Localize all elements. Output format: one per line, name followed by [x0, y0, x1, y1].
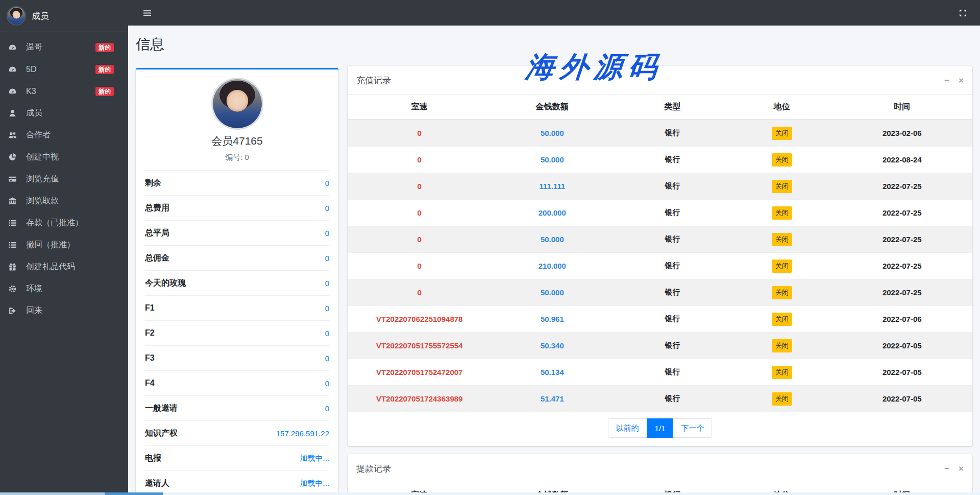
status-badge: 关闭 — [772, 313, 792, 326]
column-header: 室速 — [348, 102, 492, 112]
profile-card: 会员47165 编号: 0 剩余 0 总费用 0 总平局 — [136, 68, 338, 495]
close-icon[interactable]: × — [959, 76, 964, 85]
type-cell: 银行 — [613, 155, 732, 164]
column-header: 地位 — [732, 102, 832, 112]
pagination-page-indicator[interactable]: 1/1 — [647, 418, 674, 438]
topbar — [128, 0, 980, 26]
panel-header: 充值记录 − × — [348, 66, 972, 95]
sidebar-menu: 温哥 新的 5D 新的 K3 新的 成员 合作者 — [0, 32, 128, 322]
sidebar-item-label: 温哥 — [26, 42, 42, 53]
status-cell: 关闭 — [732, 339, 832, 352]
column-header: 时间 — [832, 102, 972, 112]
pagination-prev-button[interactable]: 以前的 — [608, 418, 647, 438]
profile-stat-row: 一般邀请 0 — [145, 395, 329, 420]
new-badge: 新的 — [95, 87, 114, 96]
table-row: 0 50.000 银行 关闭 2022-07-25 — [348, 279, 972, 305]
order-code-cell: 0 — [348, 208, 492, 217]
status-cell: 关闭 — [732, 233, 832, 246]
table-row: VT202207051752472007 50.134 银行 关闭 2022-0… — [348, 359, 972, 385]
new-badge: 新的 — [95, 65, 114, 74]
profile-stat-row: 今天的玫瑰 0 — [145, 270, 329, 295]
type-cell: 银行 — [613, 341, 732, 350]
column-header: 类型 — [613, 102, 732, 112]
sidebar-item-label: 成员 — [26, 108, 42, 119]
horizontal-scrollbar[interactable] — [0, 492, 980, 495]
status-badge: 关闭 — [772, 286, 792, 299]
gear-icon — [8, 285, 21, 293]
stat-value: 0 — [325, 179, 329, 187]
status-cell: 关闭 — [732, 286, 832, 299]
status-badge: 关闭 — [772, 127, 792, 140]
sidebar-item-label: 合作者 — [26, 130, 51, 140]
list-icon — [8, 219, 21, 227]
pagination-next-button[interactable]: 下一个 — [673, 418, 712, 438]
panel-title: 提款记录 — [356, 463, 391, 475]
stat-value: 0 — [325, 379, 329, 388]
sidebar-item-members[interactable]: 成员 — [0, 102, 128, 124]
panel-title: 充值记录 — [356, 75, 391, 86]
table-row: 0 50.000 银行 关闭 2023-02-06 — [348, 120, 972, 146]
stat-value: 157.296.591.22 — [276, 429, 329, 438]
stat-label: 总平局 — [145, 228, 169, 239]
sidebar-item-5d[interactable]: 5D 新的 — [0, 58, 128, 80]
minimize-icon[interactable]: − — [944, 464, 949, 473]
type-cell: 银行 — [613, 367, 732, 377]
stat-label: 总佣金 — [145, 253, 169, 264]
order-code-cell: 0 — [348, 129, 492, 137]
amount-cell: 50.961 — [492, 315, 614, 323]
date-cell: 2022-07-05 — [832, 368, 972, 376]
order-code-cell: 0 — [348, 262, 492, 270]
close-icon[interactable]: × — [959, 464, 964, 473]
amount-cell: 50.134 — [492, 368, 614, 376]
hamburger-icon[interactable] — [143, 9, 152, 17]
tachometer-icon — [8, 65, 21, 74]
sidebar-item-logout[interactable]: 回来 — [0, 300, 128, 322]
sidebar-item-settings[interactable]: 环境 — [0, 278, 128, 300]
sidebar-item-create-gift-code[interactable]: 创建礼品代码 — [0, 256, 128, 278]
status-cell: 关闭 — [732, 206, 832, 220]
panel-header: 提款记录 − × — [348, 454, 972, 483]
profile-stat-row: F4 0 — [145, 370, 329, 395]
profile-stat-row: 知识产权 157.296.591.22 — [145, 420, 329, 445]
status-cell: 关闭 — [732, 153, 832, 167]
amount-cell: 50.000 — [492, 235, 614, 244]
sidebar-item-deposits-approved[interactable]: 存款（已批准） — [0, 212, 128, 234]
expand-icon[interactable] — [959, 9, 967, 17]
type-cell: 银行 — [613, 261, 732, 271]
sidebar-item-label: 创建礼品代码 — [26, 262, 75, 272]
table-row: VT202207051755572554 50.340 银行 关闭 2022-0… — [348, 332, 972, 359]
stat-value: 0 — [325, 404, 329, 413]
type-cell: 银行 — [613, 234, 732, 244]
status-badge: 关闭 — [772, 339, 792, 352]
type-cell: 银行 — [613, 394, 732, 404]
sidebar-item-browse-withdraw[interactable]: 浏览取款 — [0, 190, 128, 212]
date-cell: 2023-02-06 — [832, 129, 972, 137]
sidebar-item-label: 环境 — [26, 284, 42, 294]
sidebar-item-create-midview[interactable]: 创建中视 — [0, 146, 128, 168]
sidebar-item-withdraw-approved[interactable]: 撤回（批准） — [0, 234, 128, 256]
order-code-cell: 0 — [348, 182, 492, 191]
users-icon — [8, 131, 21, 139]
profile-header: 会员47165 编号: 0 — [136, 69, 338, 170]
profile-stat-row: F2 0 — [145, 320, 329, 345]
sidebar-item-wenge[interactable]: 温哥 新的 — [0, 36, 128, 58]
stat-label: 剩余 — [145, 178, 161, 188]
sidebar-item-k3[interactable]: K3 新的 — [0, 80, 128, 102]
tachometer-icon — [8, 87, 21, 96]
date-cell: 2022-08-24 — [832, 155, 972, 164]
sidebar-user-panel[interactable]: 成员 — [0, 0, 128, 32]
minimize-icon[interactable]: − — [944, 76, 949, 85]
date-cell: 2022-07-06 — [832, 315, 972, 323]
table-row: 0 50.000 银行 关闭 2022-08-24 — [348, 146, 972, 173]
status-badge: 关闭 — [772, 180, 792, 193]
sidebar-item-browse-recharge[interactable]: 浏览充值 — [0, 168, 128, 190]
stat-value: 0 — [325, 229, 329, 238]
sidebar-item-partners[interactable]: 合作者 — [0, 124, 128, 146]
date-cell: 2022-07-25 — [832, 182, 972, 191]
table-header: 室速 金钱数额 类型 地位 时间 — [348, 95, 972, 120]
stat-value: 加载中... — [300, 454, 329, 463]
panel-tools: − × — [944, 464, 964, 473]
stat-label: F1 — [145, 303, 155, 313]
profile-stat-row: 总费用 0 — [145, 195, 329, 220]
status-badge: 关闭 — [772, 206, 792, 220]
